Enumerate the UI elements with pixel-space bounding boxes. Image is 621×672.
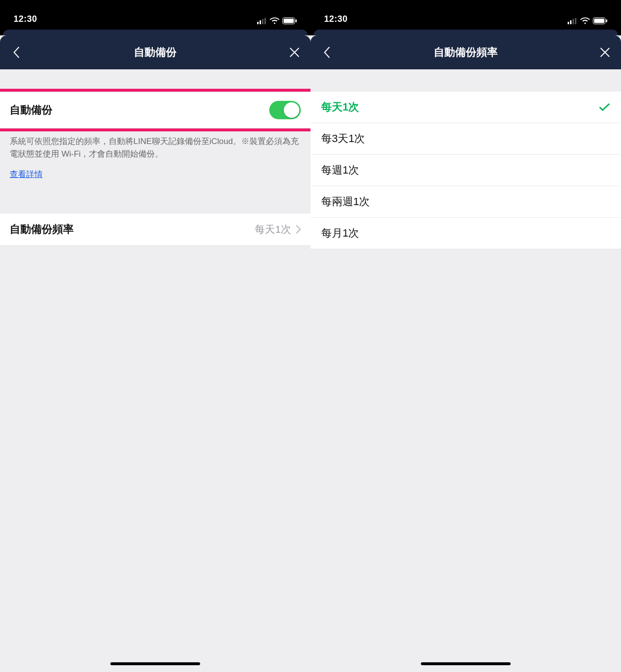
svg-rect-5 <box>284 19 294 23</box>
highlight-box: 自動備份 <box>0 89 310 131</box>
auto-backup-description: 系統可依照您指定的頻率，自動將LINE聊天記錄備份至iCloud。※裝置必須為充… <box>0 128 310 160</box>
svg-rect-10 <box>575 18 576 24</box>
svg-rect-13 <box>606 19 607 22</box>
home-indicator[interactable] <box>111 662 200 665</box>
svg-rect-12 <box>594 19 605 23</box>
close-icon <box>600 47 610 58</box>
details-link[interactable]: 查看詳情 <box>0 160 52 189</box>
svg-rect-1 <box>260 20 261 24</box>
back-button[interactable] <box>9 46 23 59</box>
wifi-icon <box>270 17 279 24</box>
svg-rect-7 <box>568 22 569 24</box>
frequency-option-label: 每3天1次 <box>321 131 365 146</box>
sheet-grabber-area <box>310 27 621 35</box>
backup-frequency-value: 每天1次 <box>255 223 291 236</box>
page-title: 自動備份頻率 <box>334 45 598 60</box>
frequency-option[interactable]: 每3天1次 <box>310 123 621 155</box>
content: 自動備份 系統可依照您指定的頻率，自動將LINE聊天記錄備份至iCloud。※裝… <box>0 69 310 672</box>
close-icon <box>289 47 300 58</box>
back-button[interactable] <box>319 46 334 59</box>
content: 每天1次每3天1次每週1次每兩週1次每月1次 <box>310 69 621 672</box>
svg-rect-8 <box>570 20 572 24</box>
svg-rect-3 <box>264 18 266 24</box>
chevron-left-icon <box>13 46 20 59</box>
svg-rect-9 <box>572 19 574 24</box>
battery-icon <box>282 17 297 24</box>
frequency-option[interactable]: 每天1次 <box>310 92 621 123</box>
chevron-right-icon <box>296 225 301 234</box>
frequency-option[interactable]: 每月1次 <box>310 218 621 249</box>
phone-screen-auto-backup: 12:30 自動備份 自動備份 系統可依照您指定的頻率，自動將LINE聊天記錄備… <box>0 0 310 672</box>
sheet-grabber-area <box>0 27 310 35</box>
frequency-option-list: 每天1次每3天1次每週1次每兩週1次每月1次 <box>310 92 621 249</box>
home-indicator[interactable] <box>421 662 511 665</box>
svg-rect-0 <box>257 22 259 24</box>
chevron-left-icon <box>323 46 330 59</box>
status-icons <box>257 17 297 24</box>
frequency-option-label: 每兩週1次 <box>321 194 370 209</box>
svg-rect-2 <box>262 19 263 24</box>
svg-rect-6 <box>295 19 297 22</box>
frequency-option-label: 每天1次 <box>321 100 359 114</box>
battery-icon <box>593 17 607 24</box>
cellular-icon <box>568 18 577 24</box>
status-time: 12:30 <box>324 14 348 24</box>
cellular-icon <box>257 18 267 24</box>
status-bar: 12:30 <box>310 0 621 27</box>
status-bar: 12:30 <box>0 0 310 27</box>
close-button[interactable] <box>598 47 612 58</box>
wifi-icon <box>580 17 590 24</box>
frequency-option-label: 每月1次 <box>321 226 359 240</box>
page-title: 自動備份 <box>23 45 287 60</box>
status-icons <box>568 17 607 24</box>
frequency-option[interactable]: 每兩週1次 <box>310 186 621 218</box>
status-time: 12:30 <box>14 14 37 24</box>
frequency-option[interactable]: 每週1次 <box>310 155 621 186</box>
backup-frequency-label: 自動備份頻率 <box>10 222 74 237</box>
close-button[interactable] <box>287 47 302 58</box>
auto-backup-toggle-row[interactable]: 自動備份 <box>0 92 310 128</box>
auto-backup-label: 自動備份 <box>10 103 52 117</box>
phone-screen-frequency: 12:30 自動備份頻率 每天1次每3天1次每週1次每兩週1次每月1次 <box>310 0 621 672</box>
auto-backup-toggle[interactable] <box>269 101 301 119</box>
frequency-option-label: 每週1次 <box>321 163 359 177</box>
nav-bar: 自動備份 <box>0 35 310 69</box>
check-icon <box>599 103 610 112</box>
nav-bar: 自動備份頻率 <box>310 35 621 69</box>
backup-frequency-row[interactable]: 自動備份頻率 每天1次 <box>0 213 310 246</box>
